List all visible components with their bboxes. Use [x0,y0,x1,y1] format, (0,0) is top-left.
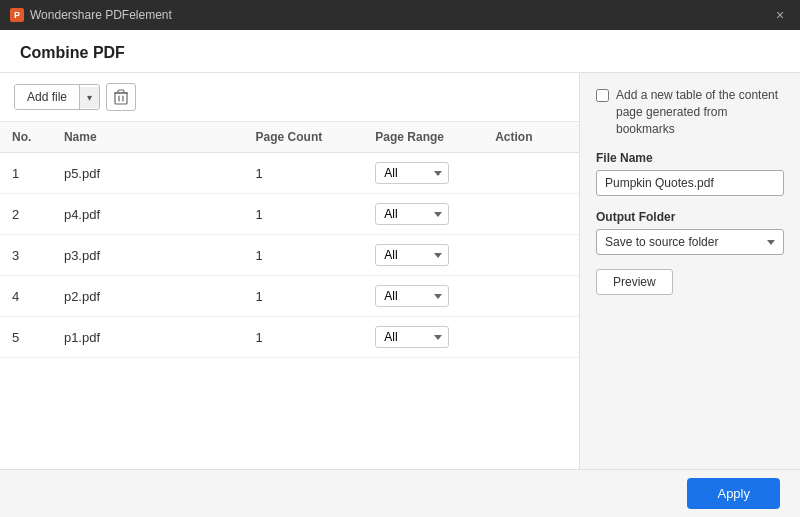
table-row: 1 p5.pdf 1 All Custom [0,153,579,194]
col-header-pagecount: Page Count [244,122,364,153]
cell-pagerange: All Custom [363,317,483,358]
preview-button[interactable]: Preview [596,269,673,295]
output-folder-select[interactable]: Save to source folderCustom folder [596,229,784,255]
dialog-title: Combine PDF [20,44,125,61]
trash-button[interactable] [106,83,136,111]
cell-pagecount: 1 [244,194,364,235]
cell-no: 4 [0,276,52,317]
file-name-input[interactable] [596,170,784,196]
output-folder-section: Output Folder Save to source folderCusto… [596,210,784,255]
col-header-no: No. [0,122,52,153]
cell-pagerange: All Custom [363,194,483,235]
cell-name: p2.pdf [52,276,244,317]
preview-section: Preview [596,269,784,295]
table-row: 4 p2.pdf 1 All Custom [0,276,579,317]
page-range-select[interactable]: All Custom [375,244,449,266]
apply-button[interactable]: Apply [687,478,780,509]
app-icon: P [10,8,24,22]
file-table-container: No. Name Page Count Page Range Action 1 … [0,122,579,469]
right-panel: Add a new table of the content page gene… [580,73,800,469]
col-header-pagerange: Page Range [363,122,483,153]
toolbar: Add file ▾ [0,73,579,122]
dialog: Combine PDF Add file ▾ [0,30,800,517]
page-range-select[interactable]: All Custom [375,326,449,348]
close-button[interactable]: × [770,5,790,25]
title-bar-left: P Wondershare PDFelement [10,8,172,22]
col-header-action: Action [483,122,579,153]
cell-pagecount: 1 [244,235,364,276]
cell-action [483,235,579,276]
cell-action [483,276,579,317]
cell-pagecount: 1 [244,153,364,194]
cell-action [483,194,579,235]
cell-pagerange: All Custom [363,235,483,276]
page-range-select[interactable]: All Custom [375,203,449,225]
output-folder-select-wrapper: Save to source folderCustom folder [596,229,784,255]
cell-no: 3 [0,235,52,276]
cell-no: 2 [0,194,52,235]
table-header-row: No. Name Page Count Page Range Action [0,122,579,153]
bookmark-checkbox[interactable] [596,89,609,102]
dialog-header: Combine PDF [0,30,800,73]
file-table: No. Name Page Count Page Range Action 1 … [0,122,579,358]
cell-no: 1 [0,153,52,194]
table-row: 5 p1.pdf 1 All Custom [0,317,579,358]
svg-rect-0 [115,93,127,104]
table-row: 3 p3.pdf 1 All Custom [0,235,579,276]
page-range-select[interactable]: All Custom [375,285,449,307]
cell-no: 5 [0,317,52,358]
cell-pagecount: 1 [244,276,364,317]
cell-name: p3.pdf [52,235,244,276]
table-row: 2 p4.pdf 1 All Custom [0,194,579,235]
file-name-section: File Name [596,151,784,196]
add-file-button[interactable]: Add file ▾ [14,84,100,110]
cell-name: p4.pdf [52,194,244,235]
add-file-label: Add file [15,85,80,109]
page-range-select[interactable]: All Custom [375,162,449,184]
cell-pagecount: 1 [244,317,364,358]
bookmark-checkbox-row: Add a new table of the content page gene… [596,87,784,137]
cell-action [483,317,579,358]
title-bar: P Wondershare PDFelement × [0,0,800,30]
app-name: Wondershare PDFelement [30,8,172,22]
output-folder-label: Output Folder [596,210,784,224]
cell-name: p5.pdf [52,153,244,194]
table-body: 1 p5.pdf 1 All Custom 2 p4.pdf 1 All Cus… [0,153,579,358]
bookmark-checkbox-label: Add a new table of the content page gene… [616,87,784,137]
file-name-label: File Name [596,151,784,165]
footer: Apply [0,469,800,517]
cell-name: p1.pdf [52,317,244,358]
cell-pagerange: All Custom [363,153,483,194]
dialog-body: Add file ▾ No. [0,73,800,469]
cell-action [483,153,579,194]
col-header-name: Name [52,122,244,153]
left-panel: Add file ▾ No. [0,73,580,469]
add-file-arrow-icon[interactable]: ▾ [80,87,99,108]
cell-pagerange: All Custom [363,276,483,317]
